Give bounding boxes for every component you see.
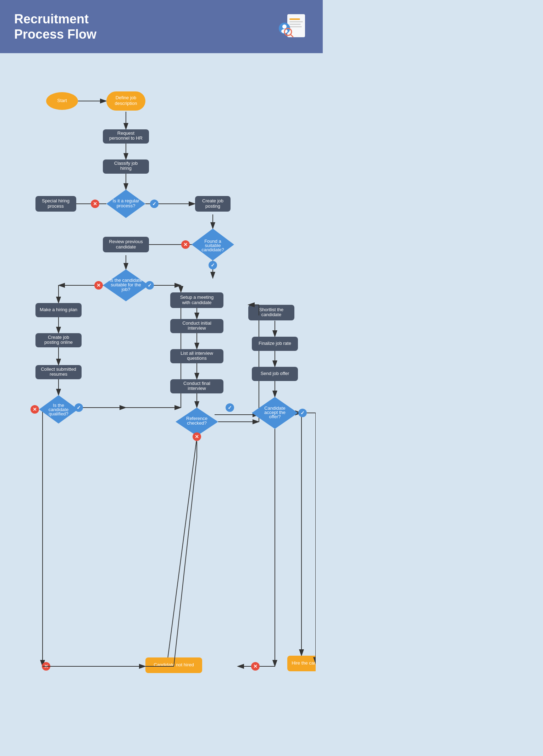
review-previous-node: Review previous	[109, 239, 143, 244]
is-qualified-node-3: qualified?	[49, 411, 68, 416]
svg-point-6	[282, 24, 287, 29]
hire-candidate-node: Hire the candidate	[292, 660, 316, 666]
review-previous-node-2: candidate	[116, 244, 136, 250]
is-regular-node: Is it a regular	[112, 198, 139, 203]
conduct-initial-node-2: interview	[188, 325, 206, 331]
page-title: Recruitment Process Flow	[14, 11, 96, 42]
svg-text:✕: ✕	[96, 282, 101, 288]
request-personnel-node: Request	[117, 130, 135, 136]
conduct-final-node-2: interview	[188, 386, 206, 391]
svg-line-39	[167, 438, 197, 666]
define-job-node-2: description	[115, 101, 137, 106]
svg-text:✓: ✓	[77, 405, 81, 410]
svg-rect-2	[289, 21, 303, 22]
setup-meeting-node: Setup a meeting	[180, 295, 214, 300]
list-questions-node-2: questions	[187, 355, 207, 361]
svg-text:✓: ✓	[148, 282, 152, 288]
reference-checked-node-2: checked?	[187, 420, 207, 426]
is-regular-node-2: process?	[117, 203, 135, 208]
conduct-initial-node: Conduct initial	[182, 320, 211, 326]
create-posting-online-node-2: posting online	[44, 340, 73, 345]
svg-text:✓: ✓	[211, 262, 215, 268]
svg-text:✓: ✓	[228, 405, 232, 410]
svg-text:✕: ✕	[195, 434, 199, 439]
svg-rect-0	[287, 14, 305, 37]
flowchart-svg: Start Define job description Request per…	[7, 67, 316, 741]
special-hiring-node: Special hiring	[42, 198, 70, 203]
page-header: Recruitment Process Flow	[0, 0, 323, 53]
svg-text:✕: ✕	[183, 242, 188, 247]
start-node: Start	[57, 98, 67, 103]
shortlist-node-2: candidate	[261, 312, 281, 317]
list-questions-node: List all interview	[181, 351, 213, 356]
svg-text:✕: ✕	[93, 201, 97, 207]
classify-job-node: Classify job	[114, 161, 138, 166]
header-icon	[277, 11, 309, 43]
is-suitable-node-3: job?	[121, 287, 131, 292]
collect-resumes-node-2: resumes	[50, 371, 67, 377]
flowchart-container: Start Define job description Request per…	[0, 53, 323, 755]
candidate-accept-node-3: offer?	[269, 414, 281, 419]
svg-rect-3	[289, 24, 301, 25]
create-posting-online-node: Create job	[48, 335, 69, 340]
svg-text:✓: ✓	[300, 410, 305, 416]
create-posting-node-2: posting	[205, 203, 220, 209]
send-offer-node: Send job offer	[261, 371, 289, 376]
finalize-rate-node: Finalize job rate	[259, 341, 291, 346]
conduct-final-node: Conduct final	[183, 381, 210, 386]
create-posting-node: Create job	[202, 198, 223, 203]
svg-rect-4	[289, 26, 302, 27]
define-job-node: Define job	[116, 95, 137, 100]
shortlist-node: Shortlist the	[259, 307, 284, 312]
found-candidate-node-3: candidate?	[201, 247, 224, 252]
setup-meeting-node-2: with candidate	[182, 300, 211, 305]
special-hiring-node-2: process	[48, 203, 64, 209]
classify-job-node-2: hiring	[120, 166, 132, 171]
svg-rect-1	[289, 18, 300, 20]
svg-line-109	[174, 457, 197, 666]
collect-resumes-node: Collect submitted	[41, 366, 76, 372]
svg-text:✓: ✓	[152, 201, 156, 207]
svg-text:✕: ✕	[33, 407, 37, 412]
request-personnel-node-2: personnel to HR	[109, 135, 143, 141]
svg-text:✕: ✕	[253, 663, 257, 669]
make-hiring-plan-node: Make a hiring plan	[40, 307, 77, 312]
